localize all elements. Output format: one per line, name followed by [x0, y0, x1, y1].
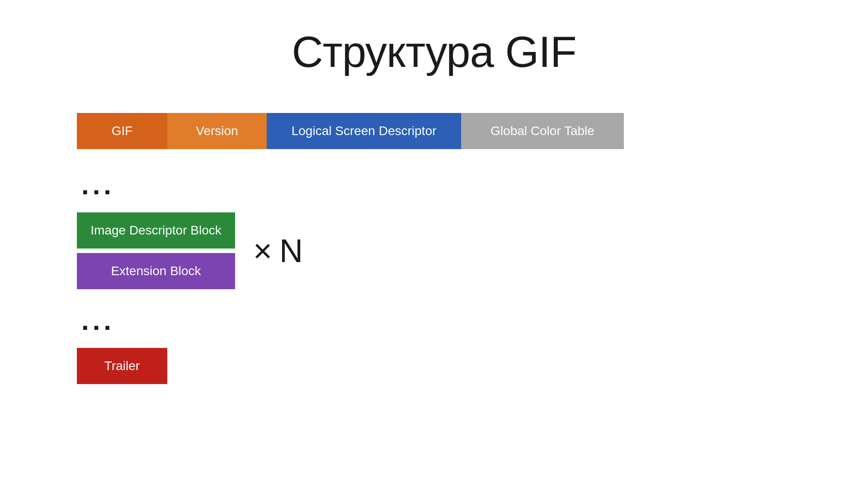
multiply-symbol: × [253, 232, 272, 269]
repeat-blocks: Image Descriptor Block Extension Block [77, 212, 235, 289]
page-container: Структура GIF GIF Version Logical Screen… [0, 0, 868, 488]
block-extension: Extension Block [77, 253, 235, 289]
page-title: Структура GIF [72, 27, 796, 77]
block-logical-screen-descriptor: Logical Screen Descriptor [267, 113, 461, 149]
ellipsis-top: ... [77, 172, 796, 199]
block-trailer: Trailer [77, 348, 167, 384]
header-blocks-row: GIF Version Logical Screen Descriptor Gl… [77, 113, 796, 149]
block-image-descriptor: Image Descriptor Block [77, 212, 235, 249]
structure-area: GIF Version Logical Screen Descriptor Gl… [72, 113, 796, 384]
multiply-label: × N [253, 232, 303, 269]
block-gif: GIF [77, 113, 167, 149]
repeat-group: Image Descriptor Block Extension Block ×… [77, 212, 796, 289]
multiply-n: N [279, 232, 303, 269]
block-global-color-table: Global Color Table [461, 113, 624, 149]
block-version: Version [167, 113, 267, 149]
ellipsis-bottom: ... [77, 307, 796, 334]
